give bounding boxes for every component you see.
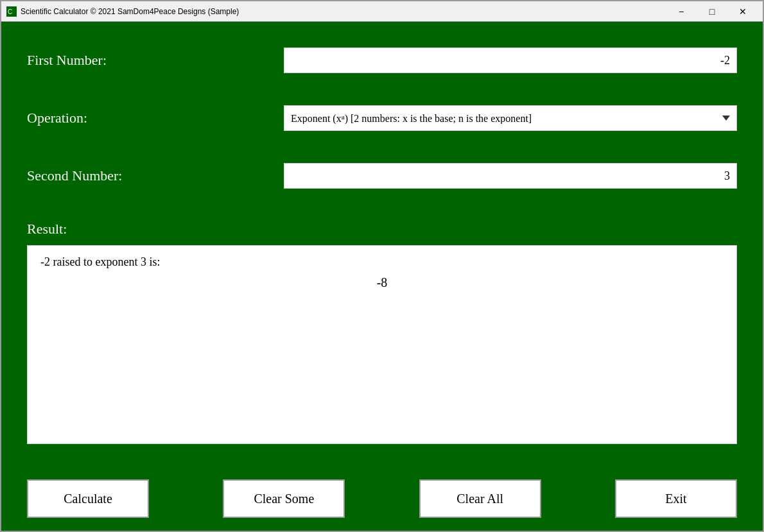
title-bar-text: Scientific Calculator © 2021 SamDom4Peac… xyxy=(21,7,666,16)
operation-label: Operation: xyxy=(27,110,284,126)
app-window: C Scientific Calculator © 2021 SamDom4Pe… xyxy=(0,0,764,532)
first-number-row: First Number: xyxy=(27,47,737,73)
first-number-input[interactable] xyxy=(284,47,737,73)
second-number-input[interactable] xyxy=(284,163,737,189)
second-number-label: Second Number: xyxy=(27,167,284,184)
clear-some-button[interactable]: Clear Some xyxy=(223,479,345,518)
operation-select[interactable]: Exponent (xⁿ) [2 numbers: x is the base;… xyxy=(284,105,737,131)
minimize-button[interactable]: − xyxy=(666,3,696,21)
app-icon: C xyxy=(6,6,17,17)
result-value: -8 xyxy=(40,275,724,290)
second-number-row: Second Number: xyxy=(27,163,737,189)
result-line1: -2 raised to exponent 3 is: xyxy=(40,255,724,269)
exit-button[interactable]: Exit xyxy=(615,479,737,518)
button-row: Calculate Clear Some Clear All Exit xyxy=(1,470,763,531)
calculate-button[interactable]: Calculate xyxy=(27,479,149,518)
clear-all-button[interactable]: Clear All xyxy=(419,479,541,518)
result-label: Result: xyxy=(27,221,737,237)
close-button[interactable]: ✕ xyxy=(728,3,758,21)
svg-text:C: C xyxy=(8,8,12,15)
main-content: First Number: Operation: Exponent (xⁿ) [… xyxy=(1,22,763,470)
result-section: Result: -2 raised to exponent 3 is: -8 xyxy=(27,221,737,457)
operation-row: Operation: Exponent (xⁿ) [2 numbers: x i… xyxy=(27,105,737,131)
result-box: -2 raised to exponent 3 is: -8 xyxy=(27,245,737,444)
first-number-label: First Number: xyxy=(27,52,284,69)
maximize-button[interactable]: □ xyxy=(697,3,727,21)
title-bar-controls: − □ ✕ xyxy=(666,3,758,21)
title-bar: C Scientific Calculator © 2021 SamDom4Pe… xyxy=(1,1,763,22)
